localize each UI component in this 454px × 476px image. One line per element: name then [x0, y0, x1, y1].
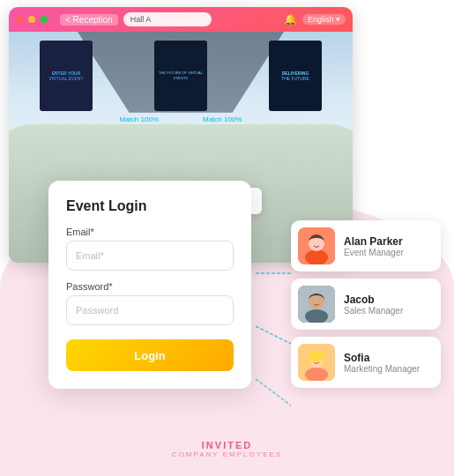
password-input[interactable]	[66, 295, 234, 325]
bottom-text: INVITED COMPANY EMPLOYEES	[172, 440, 282, 458]
browser-nav: < Reception Hall A	[60, 12, 279, 26]
login-title: Event Login	[66, 198, 234, 214]
url-bar[interactable]: Hall A	[123, 12, 212, 26]
bell-icon[interactable]: 🔔	[284, 13, 297, 26]
left-banner: ENTER YOUR VIRTUAL EVENT	[40, 41, 93, 111]
banner-row: ENTER YOUR VIRTUAL EVENT THE FUTURE OF V…	[9, 41, 353, 111]
match-label-1: Match 100%	[120, 115, 159, 123]
profile-info-jacob: Jacob Sales Manager	[344, 294, 403, 316]
invited-label: INVITED	[172, 440, 282, 450]
back-button[interactable]: < Reception	[60, 14, 118, 26]
avatar-alan	[298, 227, 335, 264]
match-label-2: Match 100%	[203, 115, 242, 123]
dot-yellow	[28, 16, 35, 23]
login-button[interactable]: Login	[66, 339, 234, 371]
top-match-labels: Match 100% Match 100%	[120, 115, 242, 123]
browser-icons-right: 🔔 English ▾	[284, 13, 346, 26]
email-label: Email*	[66, 227, 234, 237]
avatar-jacob	[298, 286, 335, 323]
profile-info-alan: Alan Parker Event Manager	[344, 235, 404, 257]
company-label: COMPANY EMPLOYEES	[172, 450, 282, 458]
profile-card-sofia[interactable]: Sofia Marketing Manager	[291, 337, 441, 388]
profile-role-jacob: Sales Manager	[344, 306, 403, 316]
dot-green	[41, 16, 48, 23]
login-form: Event Login Email* Password* Login	[48, 181, 251, 389]
profile-name-alan: Alan Parker	[344, 235, 404, 248]
profile-card-jacob[interactable]: Jacob Sales Manager	[291, 279, 441, 330]
avatar-sofia	[298, 344, 335, 381]
center-banner: THE FUTURE OF VIRTUAL EVENTS	[154, 41, 207, 111]
email-input[interactable]	[66, 241, 234, 271]
profile-name-sofia: Sofia	[344, 352, 420, 364]
language-selector[interactable]: English ▾	[302, 14, 346, 25]
profile-info-sofia: Sofia Marketing Manager	[344, 352, 420, 374]
right-banner: DELIVERING THE FUTURE	[269, 41, 322, 111]
profile-card-alan[interactable]: Alan Parker Event Manager	[291, 220, 441, 271]
profile-role-alan: Event Manager	[344, 248, 404, 257]
dot-red	[16, 16, 23, 23]
profile-name-jacob: Jacob	[344, 294, 403, 306]
profile-role-sofia: Marketing Manager	[344, 364, 420, 374]
browser-toolbar: < Reception Hall A 🔔 English ▾	[9, 7, 353, 32]
profile-cards-container: Alan Parker Event Manager Jacob Sales Ma…	[291, 220, 441, 388]
password-label: Password*	[66, 281, 234, 292]
